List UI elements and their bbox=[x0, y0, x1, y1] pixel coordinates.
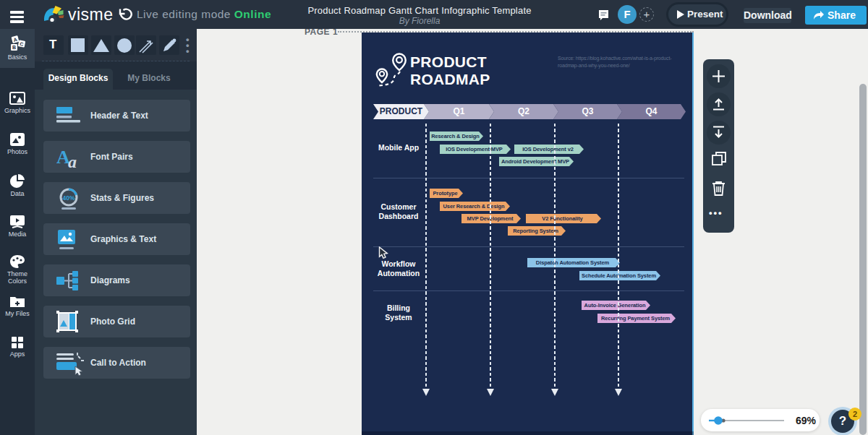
svg-text:40%: 40% bbox=[62, 194, 75, 202]
svg-text:B: B bbox=[12, 45, 15, 50]
svg-text:a: a bbox=[68, 152, 77, 169]
